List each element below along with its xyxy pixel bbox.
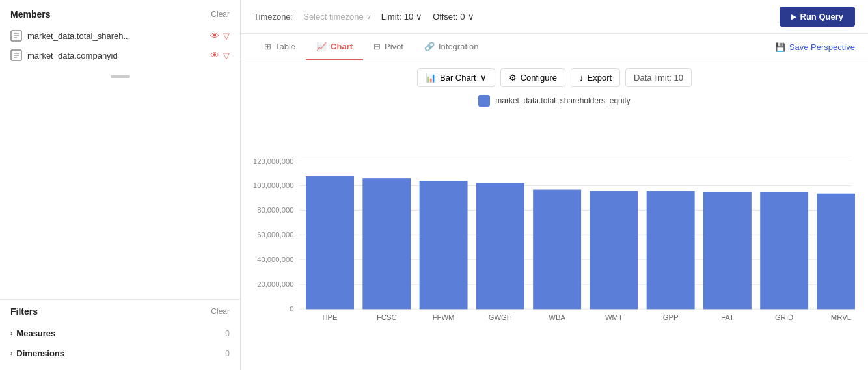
dimensions-count: 0 bbox=[225, 349, 230, 358]
tab-chart[interactable]: 📈 Chart bbox=[306, 34, 363, 60]
measures-count: 0 bbox=[225, 329, 230, 338]
chart-type-chevron-icon: ∨ bbox=[480, 73, 487, 83]
limit-control[interactable]: Limit: 10 ∨ bbox=[381, 12, 423, 21]
member-item-2-actions: 👁 ▽ bbox=[210, 50, 230, 60]
export-button[interactable]: ↓ Export bbox=[571, 68, 620, 87]
measures-row[interactable]: › Measures 0 bbox=[10, 323, 230, 343]
save-perspective-label: Save Perspective bbox=[789, 42, 855, 52]
svg-text:60,000,000: 60,000,000 bbox=[257, 231, 293, 239]
bar-fat bbox=[703, 192, 752, 310]
dimensions-left: › Dimensions bbox=[10, 349, 64, 358]
visibility-icon-2[interactable]: 👁 bbox=[210, 50, 219, 60]
svg-text:HPE: HPE bbox=[322, 313, 338, 321]
timezone-chevron-icon: ∨ bbox=[366, 13, 371, 20]
bar-chart: 120,000,000 100,000,000 80,000,000 60,00… bbox=[254, 113, 855, 363]
measures-chevron-icon: › bbox=[10, 330, 12, 337]
measures-left: › Measures bbox=[10, 328, 55, 338]
chart-legend: market_data.total_shareholders_equity bbox=[478, 95, 630, 107]
sidebar-scroll bbox=[0, 72, 240, 299]
bar-hpe bbox=[306, 176, 354, 309]
chart-area: market_data.total_shareholders_equity 12… bbox=[241, 95, 868, 370]
legend-color-swatch bbox=[478, 95, 490, 107]
legend-label: market_data.total_shareholders_equity bbox=[495, 96, 630, 105]
tab-table-label: Table bbox=[275, 42, 295, 51]
member-item-1-actions: 👁 ▽ bbox=[210, 31, 230, 41]
timezone-select[interactable]: Select timezone ∨ bbox=[303, 12, 371, 21]
tab-integration[interactable]: 🔗 Integration bbox=[414, 34, 489, 60]
bar-wba bbox=[533, 190, 581, 310]
bar-chart-svg: 120,000,000 100,000,000 80,000,000 60,00… bbox=[254, 113, 855, 363]
bar-grid bbox=[760, 192, 808, 310]
svg-text:FCSC: FCSC bbox=[377, 313, 397, 321]
tab-table[interactable]: ⊞ Table bbox=[254, 34, 306, 60]
members-clear-button[interactable]: Clear bbox=[211, 10, 230, 19]
integration-icon: 🔗 bbox=[424, 42, 435, 51]
bar-chart-icon: 📊 bbox=[426, 73, 436, 83]
svg-text:20,000,000: 20,000,000 bbox=[257, 280, 293, 288]
members-title: Members bbox=[10, 9, 50, 20]
filters-section: Filters Clear › Measures 0 › Dimensions … bbox=[0, 299, 240, 370]
export-icon: ↓ bbox=[579, 73, 584, 83]
bar-mrvl bbox=[817, 194, 855, 310]
top-bar-controls: Timezone: Select timezone ∨ Limit: 10 ∨ … bbox=[254, 12, 474, 21]
configure-button[interactable]: ⚙ Configure bbox=[500, 68, 565, 87]
chart-type-button[interactable]: 📊 Bar Chart ∨ bbox=[417, 68, 495, 87]
filter-icon[interactable]: ▽ bbox=[223, 31, 230, 41]
svg-text:100,000,000: 100,000,000 bbox=[254, 182, 294, 190]
tab-pivot-label: Pivot bbox=[385, 42, 403, 51]
chart-type-label: Bar Chart bbox=[440, 73, 476, 83]
filter-icon-2[interactable]: ▽ bbox=[223, 51, 230, 60]
table-icon: ⊞ bbox=[264, 42, 271, 51]
filters-clear-button[interactable]: Clear bbox=[211, 307, 230, 316]
offset-control[interactable]: Offset: 0 ∨ bbox=[433, 12, 474, 21]
svg-text:GRID: GRID bbox=[775, 313, 793, 321]
tab-integration-label: Integration bbox=[439, 42, 478, 51]
chart-toolbar: 📊 Bar Chart ∨ ⚙ Configure ↓ Export Data … bbox=[241, 60, 868, 95]
timezone-label: Timezone: bbox=[254, 12, 293, 21]
data-limit-label: Data limit: 10 bbox=[634, 73, 683, 83]
data-field-icon-2 bbox=[10, 49, 22, 61]
measures-label: Measures bbox=[16, 328, 55, 338]
svg-text:GPP: GPP bbox=[663, 313, 679, 321]
bar-gwgh bbox=[476, 183, 524, 309]
configure-label: Configure bbox=[521, 73, 557, 83]
bar-gpp bbox=[647, 191, 695, 310]
top-bar: Timezone: Select timezone ∨ Limit: 10 ∨ … bbox=[241, 0, 868, 34]
tabs-left: ⊞ Table 📈 Chart ⊟ Pivot 🔗 Integration bbox=[254, 34, 489, 60]
tabs-bar: ⊞ Table 📈 Chart ⊟ Pivot 🔗 Integration 💾 … bbox=[241, 34, 868, 60]
dimensions-chevron-icon: › bbox=[10, 350, 12, 357]
members-section: Members Clear market_data.total_shareh..… bbox=[0, 0, 240, 72]
export-label: Export bbox=[588, 73, 612, 83]
members-header: Members Clear bbox=[10, 9, 230, 20]
dimensions-row[interactable]: › Dimensions 0 bbox=[10, 343, 230, 363]
sidebar: Members Clear market_data.total_shareh..… bbox=[0, 0, 241, 370]
svg-text:120,000,000: 120,000,000 bbox=[254, 157, 294, 165]
pivot-icon: ⊟ bbox=[373, 42, 381, 51]
run-query-button[interactable]: ▶ Run Query bbox=[780, 7, 855, 27]
chart-icon: 📈 bbox=[316, 42, 327, 51]
svg-text:GWGH: GWGH bbox=[489, 313, 512, 321]
timezone-placeholder: Select timezone bbox=[303, 12, 364, 21]
bar-ffwm bbox=[420, 181, 468, 309]
bar-wmt bbox=[590, 191, 638, 310]
svg-text:40,000,000: 40,000,000 bbox=[257, 256, 293, 263]
limit-value: 10 bbox=[404, 12, 413, 21]
limit-label: Limit: bbox=[381, 12, 401, 21]
configure-icon: ⚙ bbox=[509, 73, 517, 83]
offset-chevron-icon: ∨ bbox=[468, 12, 474, 21]
svg-text:0: 0 bbox=[290, 305, 293, 313]
run-query-label: Run Query bbox=[800, 12, 843, 21]
member-item-1-label: market_data.total_shareh... bbox=[27, 31, 205, 41]
member-item-2-label: market_data.companyid bbox=[27, 51, 205, 60]
svg-text:FAT: FAT bbox=[721, 313, 734, 321]
tab-pivot[interactable]: ⊟ Pivot bbox=[363, 34, 414, 60]
offset-label: Offset: bbox=[433, 12, 457, 21]
save-perspective-button[interactable]: 💾 Save Perspective bbox=[775, 42, 855, 52]
svg-text:FFWM: FFWM bbox=[433, 313, 455, 321]
svg-text:WMT: WMT bbox=[605, 313, 623, 321]
visibility-icon[interactable]: 👁 bbox=[210, 31, 219, 41]
resize-handle bbox=[111, 75, 130, 78]
bar-fcsc bbox=[362, 178, 411, 309]
data-limit-badge: Data limit: 10 bbox=[625, 68, 692, 87]
svg-text:MRVL: MRVL bbox=[831, 313, 851, 321]
